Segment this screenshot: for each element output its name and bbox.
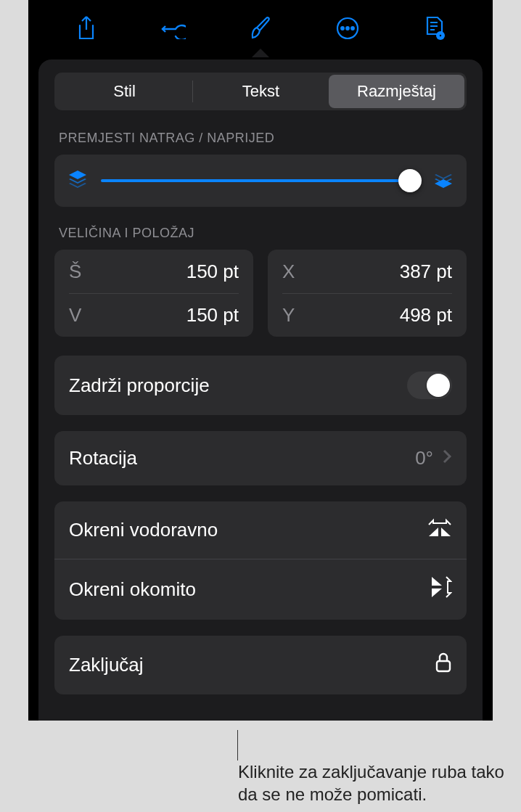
rotation-label: Rotacija <box>69 447 137 469</box>
size-position-grid: Š 150 pt V 150 pt X 387 pt Y 498 pt <box>54 250 467 337</box>
x-field[interactable]: X 387 pt <box>282 250 452 293</box>
lock-icon <box>435 652 452 678</box>
flip-vertical-label: Okreni okomito <box>69 578 196 601</box>
format-brush-button[interactable] <box>243 11 278 46</box>
share-button[interactable] <box>69 11 104 46</box>
flip-vertical-row[interactable]: Okreni okomito <box>54 559 467 620</box>
more-button[interactable] <box>330 11 365 46</box>
undo-button[interactable] <box>156 11 191 46</box>
move-back-forward-header: Premjesti natrag / naprijed <box>59 131 462 146</box>
width-label: Š <box>69 261 81 283</box>
lock-label: Zaključaj <box>69 654 144 676</box>
callout-text: Kliknite za zaključavanje ruba tako da s… <box>238 760 509 805</box>
tab-style[interactable]: Stil <box>57 75 192 108</box>
chevron-right-icon <box>442 447 452 469</box>
y-label: Y <box>282 304 295 327</box>
inspector-tabs: Stil Tekst Razmještaj <box>54 73 467 110</box>
rotation-row[interactable]: Rotacija 0° <box>54 431 467 485</box>
size-card: Š 150 pt V 150 pt <box>54 250 253 337</box>
width-field[interactable]: Š 150 pt <box>69 250 239 293</box>
constrain-proportions-toggle[interactable] <box>407 372 452 399</box>
svg-point-5 <box>439 34 443 38</box>
height-value: 150 pt <box>186 304 239 327</box>
callout-leader-line <box>237 730 238 760</box>
size-position-header: Veličina i položaj <box>59 226 462 241</box>
width-value: 150 pt <box>186 261 239 283</box>
position-card: X 387 pt Y 498 pt <box>268 250 467 337</box>
constrain-proportions-label: Zadrži proporcije <box>69 374 210 397</box>
x-value: 387 pt <box>400 261 452 283</box>
z-order-slider[interactable] <box>101 179 420 182</box>
bring-front-icon[interactable] <box>433 169 454 192</box>
tab-arrange[interactable]: Razmještaj <box>329 75 464 108</box>
tab-text[interactable]: Tekst <box>193 75 329 108</box>
y-field[interactable]: Y 498 pt <box>282 293 452 337</box>
svg-point-3 <box>351 27 354 30</box>
flip-vertical-icon <box>430 575 452 604</box>
y-value: 498 pt <box>400 304 452 327</box>
x-label: X <box>282 261 295 283</box>
z-order-slider-card <box>54 155 467 207</box>
height-field[interactable]: V 150 pt <box>69 293 239 337</box>
svg-point-1 <box>341 27 344 30</box>
flip-horizontal-icon <box>427 517 452 543</box>
document-options-button[interactable] <box>417 11 452 46</box>
svg-rect-6 <box>437 661 450 671</box>
rotation-value: 0° <box>415 447 433 469</box>
svg-point-2 <box>346 27 349 30</box>
top-toolbar <box>28 0 493 57</box>
slider-thumb[interactable] <box>398 169 422 192</box>
format-inspector-panel: Stil Tekst Razmještaj Premjesti natrag /… <box>38 60 483 721</box>
flip-horizontal-row[interactable]: Okreni vodoravno <box>54 501 467 559</box>
lock-row[interactable]: Zaključaj <box>54 636 467 694</box>
height-label: V <box>69 304 81 327</box>
flip-horizontal-label: Okreni vodoravno <box>69 519 218 541</box>
send-back-icon[interactable] <box>67 169 88 192</box>
constrain-proportions-row: Zadrži proporcije <box>54 356 467 415</box>
